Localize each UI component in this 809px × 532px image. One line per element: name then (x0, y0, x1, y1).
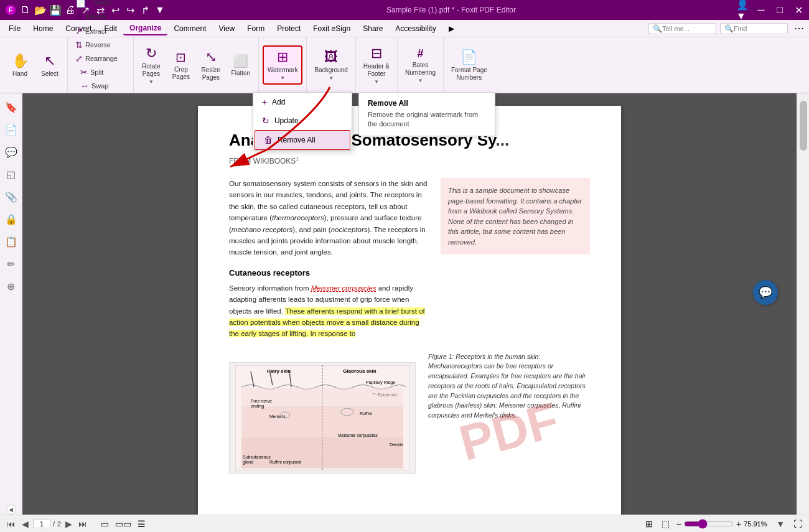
sidebar-pages-icon[interactable]: 📄 (2, 121, 20, 138)
current-page-input[interactable] (33, 520, 50, 528)
cursor-button[interactable]: ↱ (139, 4, 151, 16)
rearrange-button[interactable]: ⤢ Rearrange (72, 52, 121, 65)
menu-comment[interactable]: Comment (167, 22, 212, 35)
tell-me-search[interactable]: 🔍 (648, 23, 716, 34)
watermark-update-item[interactable]: ↻ Update (253, 111, 352, 130)
remove-all-tooltip: Remove All Remove the original watermark… (358, 92, 495, 136)
foxit-assistant-button[interactable]: 💬 (753, 280, 778, 305)
svg-rect-13 (241, 388, 403, 406)
scrollbar-thumb[interactable] (800, 101, 807, 151)
reverse-label: Reverse (85, 41, 111, 49)
redo-button[interactable]: ↪ (124, 4, 136, 16)
tell-me-input[interactable] (662, 25, 712, 32)
sidebar-add-icon[interactable]: ⊕ (2, 278, 20, 295)
crop-pages-button[interactable]: ⊡ CropPages (167, 47, 195, 83)
new-button[interactable]: 🗋 (20, 4, 31, 16)
sidebar-sign-icon[interactable]: ✏ (2, 255, 20, 273)
sidebar-layers-icon[interactable]: ◱ (2, 166, 20, 183)
menu-home[interactable]: Home (27, 22, 59, 35)
menu-foxit-esign[interactable]: Foxit eSign (307, 22, 357, 35)
zoom-dropdown-button[interactable]: ▼ (774, 518, 787, 530)
layout-facing-button[interactable]: ▭▭ (113, 518, 133, 530)
fullscreen-button[interactable]: ⛶ (792, 518, 804, 530)
figure-image: Hairy skin Glabrous skin Papillary Ridge (229, 362, 416, 474)
svg-text:gland: gland (243, 460, 253, 465)
bates-button[interactable]: # BatesNumbering ▼ (401, 45, 439, 86)
select-tool-button[interactable]: ↖ Select (36, 50, 63, 80)
resize-pages-button[interactable]: ⤡ ResizePages (197, 47, 225, 84)
zoom-out-button[interactable]: − (676, 519, 681, 529)
tooltip-description: Remove the original watermark from the d… (368, 110, 486, 129)
add-page-view-button[interactable]: ⊞ (643, 518, 655, 530)
next-page-button[interactable]: ▶ (63, 518, 74, 530)
menu-view[interactable]: View (212, 22, 241, 35)
page-navigation: ⏮ ◀ / 2 ▶ ⏭ (5, 518, 89, 530)
open-button[interactable]: 📂 (35, 4, 46, 16)
menu-more-button[interactable]: ⋯ (792, 22, 807, 34)
flatten-button[interactable]: ⬜ Flatten (227, 51, 255, 80)
watermark-add-item[interactable]: + Add (253, 93, 352, 111)
document-area[interactable]: PDF Anatomy of the Somatosensory Sy... F… (22, 93, 797, 515)
layout-continuous-button[interactable]: ☰ (136, 518, 147, 530)
reverse-button[interactable]: ⇅ Reverse (72, 39, 121, 51)
menu-accessibility[interactable]: Accessibility (389, 22, 442, 35)
menu-form[interactable]: Form (241, 22, 271, 35)
prev-page-button[interactable]: ◀ (20, 518, 30, 530)
format-page-button[interactable]: 📄 Format PageNumbers (447, 47, 491, 84)
menu-share[interactable]: Share (357, 22, 389, 35)
watermark-button[interactable]: ⊞ Watermark ▼ (263, 45, 303, 85)
split-view-button[interactable]: ⬚ (660, 518, 671, 530)
bates-arrow: ▼ (418, 78, 423, 83)
note-box: This is a sample document to showcase pa… (441, 178, 590, 254)
sidebar-clipboard-icon[interactable]: 📋 (2, 233, 20, 250)
swap-button[interactable]: ↔ Swap (77, 80, 129, 92)
rotate-pages-button[interactable]: ↻ RotatePages ▼ (138, 43, 165, 87)
header-footer-icon: ⊟ (371, 45, 382, 62)
ribbon-group-page-ops: ↻ RotatePages ▼ ⊡ CropPages ⤡ ResizePage… (134, 37, 259, 93)
find-search[interactable]: 🔍 (720, 23, 788, 34)
split-button[interactable]: ✂ Split (77, 66, 129, 78)
sidebar-bookmark-icon[interactable]: 🔖 (2, 98, 20, 116)
zoom-slider[interactable] (684, 519, 734, 529)
collapse-sidebar-button[interactable]: ◀ (6, 505, 16, 515)
close-button[interactable]: ✕ (793, 4, 804, 16)
right-scrollbar[interactable] (797, 93, 809, 515)
flatten-icon: ⬜ (233, 54, 248, 68)
resize-icon: ⤡ (205, 49, 217, 65)
body-text-column: Our somatosensory system consists of sen… (229, 178, 428, 340)
hand-tool-button[interactable]: ✋ Hand (6, 50, 34, 80)
first-page-button[interactable]: ⏮ (5, 518, 17, 530)
sidebar-comments-icon[interactable]: 💬 (2, 143, 20, 161)
insert-button[interactable]: 📄+ Insert (72, 0, 115, 9)
sidebar-attachments-icon[interactable]: 📎 (2, 188, 20, 205)
maximize-button[interactable]: □ (774, 4, 785, 16)
watermark-remove-all-item[interactable]: 🗑 Remove All (255, 130, 350, 150)
menu-expand[interactable]: ▶ (442, 22, 461, 35)
menu-file[interactable]: File (2, 22, 27, 35)
more-button[interactable]: ▼ (154, 4, 166, 16)
sidebar-security-icon[interactable]: 🔒 (2, 210, 20, 228)
ribbon: ✋ Hand ↖ Select 📄+ Insert 🗑 Delete ↗ Ext… (0, 37, 809, 93)
extract-button[interactable]: ↗ Extract (72, 25, 121, 37)
zoom-in-button[interactable]: + (736, 519, 741, 529)
rotate-label: RotatePages (142, 63, 160, 78)
last-page-button[interactable]: ⏭ (77, 518, 89, 530)
background-button[interactable]: 🖼 Background ▼ (311, 47, 351, 83)
bates-label: BatesNumbering (405, 62, 436, 77)
ribbon-group-header-footer: ⊟ Header &Footer ▼ (356, 37, 398, 93)
menu-organize[interactable]: Organize (123, 22, 167, 35)
account-button[interactable]: 👤▼ (737, 4, 748, 16)
layout-single-button[interactable]: ▭ (99, 518, 111, 530)
find-input[interactable] (734, 25, 783, 32)
header-footer-button[interactable]: ⊟ Header &Footer ▼ (360, 43, 393, 87)
svg-text:Subcutaneous: Subcutaneous (243, 455, 271, 459)
minimize-button[interactable]: ─ (755, 4, 767, 16)
delete-button[interactable]: 🗑 Delete (72, 10, 110, 22)
menu-protect[interactable]: Protect (271, 22, 307, 35)
save-button[interactable]: 💾 (50, 4, 61, 16)
figure-section: Hairy skin Glabrous skin Papillary Ridge (229, 352, 590, 474)
document-body: Our somatosensory system consists of sen… (229, 178, 590, 340)
ribbon-group-insert: 📄+ Insert 🗑 Delete ↗ Extract ⇅ Reverse ⤢… (68, 37, 134, 93)
svg-rect-14 (241, 406, 403, 437)
document-subtitle: FROM WIKIBOOKS1 (229, 156, 590, 166)
